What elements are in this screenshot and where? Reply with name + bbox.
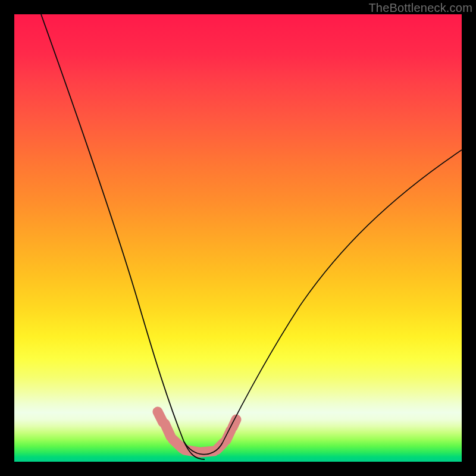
left-curve	[41, 14, 205, 459]
chart-svg	[14, 14, 462, 462]
watermark-text: TheBottleneck.com	[368, 1, 472, 15]
chart-container	[14, 14, 462, 462]
beads-highlight	[158, 412, 236, 452]
right-curve	[223, 150, 462, 443]
